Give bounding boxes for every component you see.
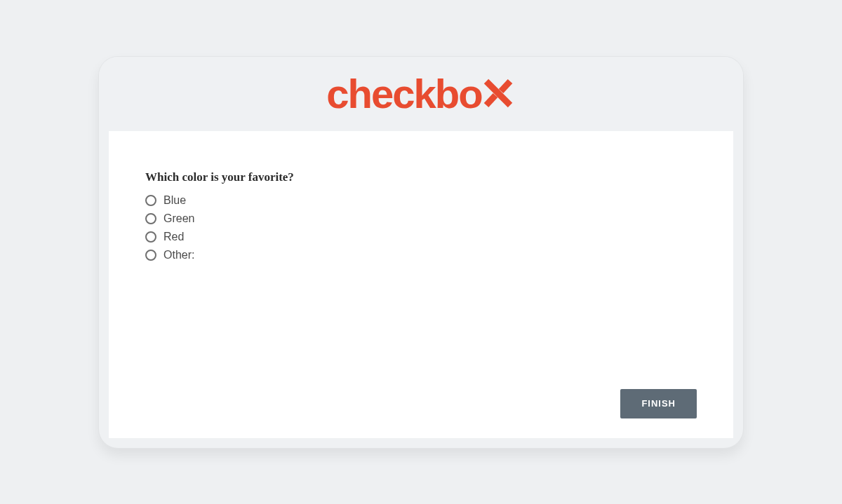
radio-icon — [145, 213, 156, 224]
option-label: Green — [163, 212, 194, 225]
options-group: Blue Green Red Other: — [145, 194, 697, 261]
card-footer: FINISH — [145, 389, 697, 418]
option-other[interactable]: Other: — [145, 249, 697, 261]
brand-logo: checkbo — [326, 73, 515, 114]
survey-content: Which color is your favorite? Blue Green… — [109, 131, 733, 438]
survey-card: checkbo Which color is your favorite? Bl… — [98, 56, 744, 449]
svg-line-1 — [501, 81, 510, 91]
finish-button[interactable]: FINISH — [620, 389, 697, 418]
card-header: checkbo — [99, 57, 743, 131]
question-text: Which color is your favorite? — [145, 170, 697, 184]
radio-icon — [145, 195, 156, 206]
option-label: Blue — [163, 194, 186, 207]
brand-wordmark-prefix: checkbo — [326, 74, 481, 114]
option-red[interactable]: Red — [145, 231, 697, 243]
svg-line-2 — [486, 95, 495, 105]
brand-x-icon — [481, 76, 516, 111]
option-blue[interactable]: Blue — [145, 194, 697, 207]
option-label: Red — [163, 231, 184, 243]
radio-icon — [145, 231, 156, 243]
option-green[interactable]: Green — [145, 212, 697, 225]
radio-icon — [145, 250, 156, 261]
option-label: Other: — [163, 249, 194, 261]
